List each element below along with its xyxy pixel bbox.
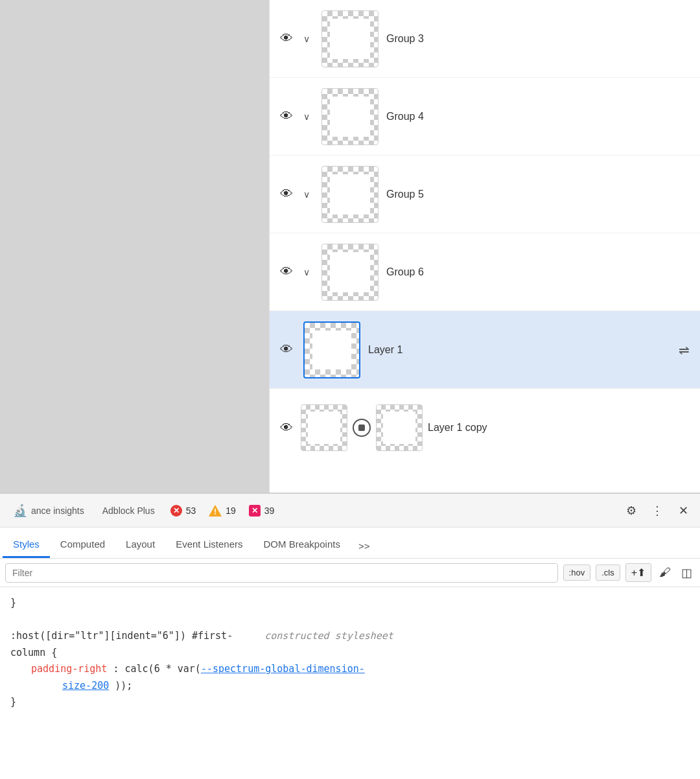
visibility-icon[interactable]: 👁 xyxy=(280,342,296,357)
filter-sliders-icon[interactable]: ⇌ xyxy=(679,342,690,358)
layer-copy-row[interactable]: 👁 Layer 1 copy xyxy=(270,389,700,467)
warning-badge[interactable]: ! 19 xyxy=(204,504,241,518)
tab-layout[interactable]: Layout xyxy=(115,532,165,558)
code-variable-link2[interactable]: size-200 xyxy=(62,680,109,692)
close-icon[interactable]: ✕ xyxy=(671,499,695,522)
code-selector: :host([dir="ltr"][indent="6"]) #first- c… xyxy=(10,628,690,645)
code-closing-brace-1: } xyxy=(10,595,690,612)
layer-name: Group 4 xyxy=(386,111,690,122)
performance-insights-tab[interactable]: 🔬 ance insights xyxy=(5,500,92,522)
left-panel xyxy=(0,0,269,493)
code-property: padding-right xyxy=(31,663,107,675)
flask-icon: 🔬 xyxy=(13,504,27,518)
tab-styles[interactable]: Styles xyxy=(3,532,50,558)
layers-panel: 👁 ∨ Group 3 👁 ∨ Group 4 👁 ∨ Group 5 👁 ∨ … xyxy=(269,0,700,493)
tab-event-listeners[interactable]: Event Listeners xyxy=(165,532,253,558)
add-rule-button[interactable]: +⬆ xyxy=(625,563,651,582)
layer-name: Group 6 xyxy=(386,266,690,278)
layer-name: Layer 1 xyxy=(368,344,671,356)
code-selector-text: :host([dir="ltr"][indent="6"]) #first- xyxy=(10,630,233,642)
code-value-line: size-200 )); xyxy=(10,678,690,695)
filter-bar: :hov .cls +⬆ 🖌 ◫ xyxy=(0,559,700,587)
devtools-topbar: 🔬 ance insights Adblock Plus ✕ 53 ! 19 ✕… xyxy=(0,494,700,528)
adblock-label: Adblock Plus xyxy=(102,506,155,516)
code-value-end: )); xyxy=(115,680,132,692)
code-selector2: column { xyxy=(10,645,690,662)
layer-row[interactable]: 👁 ∨ Group 5 xyxy=(270,156,700,233)
layer-row-selected[interactable]: 👁 Layer 1 ⇌ xyxy=(270,311,700,389)
other-icon: ✕ xyxy=(249,505,261,517)
perf-tab-label: ance insights xyxy=(31,506,84,516)
layer-thumbnail xyxy=(321,166,379,223)
other-badge[interactable]: ✕ 39 xyxy=(244,504,280,518)
other-count: 39 xyxy=(264,506,275,516)
tab-more-button[interactable]: >> xyxy=(351,534,378,558)
layer-row[interactable]: 👁 ∨ Group 6 xyxy=(270,233,700,311)
code-closing-brace-2: } xyxy=(10,694,690,711)
layer-name: Group 5 xyxy=(386,189,690,200)
layer-thumbnail xyxy=(321,10,379,67)
svg-text:!: ! xyxy=(214,507,216,517)
error-badge[interactable]: ✕ 53 xyxy=(165,504,202,518)
layer-copy-name: Layer 1 copy xyxy=(428,422,690,434)
tab-dom-breakpoints[interactable]: DOM Breakpoints xyxy=(253,532,351,558)
error-icon: ✕ xyxy=(170,505,182,517)
layer-thumbnail xyxy=(321,88,379,145)
more-options-icon[interactable]: ⋮ xyxy=(646,499,669,522)
devtools-tabs: Styles Computed Layout Event Listeners D… xyxy=(0,528,700,559)
chevron-down-icon[interactable]: ∨ xyxy=(303,267,314,277)
layer-thumbnail-small xyxy=(301,404,347,451)
code-variable-link[interactable]: --spectrum-global-dimension- xyxy=(201,663,365,675)
visibility-icon[interactable]: 👁 xyxy=(280,264,296,279)
cls-button[interactable]: .cls xyxy=(596,564,620,581)
layer-name: Group 3 xyxy=(386,33,690,45)
visibility-icon[interactable]: 👁 xyxy=(280,109,296,124)
chevron-down-icon[interactable]: ∨ xyxy=(303,34,314,44)
settings-icon[interactable]: ⚙ xyxy=(620,499,643,522)
code-area: } :host([dir="ltr"][indent="6"]) #first-… xyxy=(0,587,700,719)
warning-icon: ! xyxy=(209,505,222,517)
visibility-icon[interactable]: 👁 xyxy=(280,187,296,202)
layer-thumbnail-selected xyxy=(303,321,360,378)
warning-count: 19 xyxy=(226,506,236,516)
layer-row[interactable]: 👁 ∨ Group 4 xyxy=(270,78,700,156)
adblock-tab[interactable]: Adblock Plus xyxy=(95,502,163,520)
layout-icon[interactable]: ◫ xyxy=(679,563,695,583)
layer-row[interactable]: 👁 ∨ Group 3 xyxy=(270,0,700,78)
layer-thumbnail-copy xyxy=(376,404,423,451)
tab-computed[interactable]: Computed xyxy=(50,532,115,558)
code-colon: : calc(6 * var( xyxy=(113,663,200,675)
paint-bucket-icon[interactable]: 🖌 xyxy=(657,563,673,582)
code-comment: constructed stylesheet xyxy=(264,630,393,642)
error-count: 53 xyxy=(186,506,196,516)
link-icon xyxy=(353,419,371,437)
code-property-line: padding-right : calc(6 * var(--spectrum-… xyxy=(10,661,690,678)
layer-thumbnail xyxy=(321,244,379,301)
visibility-icon[interactable]: 👁 xyxy=(280,31,296,46)
chevron-down-icon[interactable]: ∨ xyxy=(303,111,314,122)
chevron-down-icon[interactable]: ∨ xyxy=(303,189,314,200)
filter-input[interactable] xyxy=(5,563,558,583)
visibility-icon[interactable]: 👁 xyxy=(280,421,296,436)
hov-button[interactable]: :hov xyxy=(563,564,591,581)
devtools-panel: 🔬 ance insights Adblock Plus ✕ 53 ! 19 ✕… xyxy=(0,493,700,779)
